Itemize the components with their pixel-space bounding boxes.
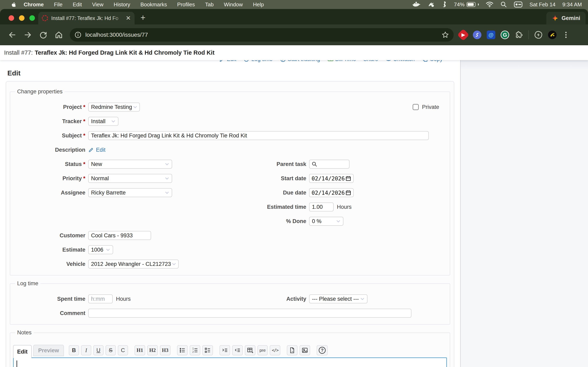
menubar-item-edit[interactable]: Edit xyxy=(73,1,82,8)
menubar-item-window[interactable]: Window xyxy=(224,1,242,8)
help-button[interactable]: ? xyxy=(317,345,328,355)
money-icon xyxy=(328,60,334,62)
notes-tab-preview[interactable]: Preview xyxy=(33,345,64,356)
task-list-icon[interactable] xyxy=(202,345,213,355)
extension-icon-at[interactable]: @ xyxy=(487,31,495,39)
minimize-window-button[interactable] xyxy=(19,15,25,21)
wiki-link-icon[interactable]: ∞ xyxy=(287,345,297,355)
chevron-down-icon xyxy=(359,296,365,302)
extension-icon-swirl[interactable] xyxy=(473,31,481,39)
preformatted-button[interactable]: pre xyxy=(258,345,268,355)
activity-select[interactable]: --- Please select --- xyxy=(309,294,367,303)
log-time-fieldset: Log time Spent time Hours xyxy=(10,280,450,325)
menubar-item-tab[interactable]: Tab xyxy=(205,1,214,8)
menubar-app-name[interactable]: Chrome xyxy=(24,1,44,8)
estimate-select[interactable]: 1006 xyxy=(88,245,113,254)
edit-section-heading: Edit xyxy=(7,69,460,77)
browser-tab[interactable]: Install #77: Teraflex Jk: Hd Fo ✕ xyxy=(38,12,135,25)
underline-button[interactable]: U xyxy=(93,345,104,355)
spotlight-search-icon[interactable] xyxy=(501,1,507,8)
blockquote-icon[interactable] xyxy=(219,345,230,355)
calendar-icon[interactable] xyxy=(346,175,351,181)
extension-icon-red[interactable]: ▶ xyxy=(457,29,469,41)
strikethrough-button[interactable]: S xyxy=(105,345,116,355)
action-share[interactable]: Share xyxy=(363,60,378,62)
menubar-item-help[interactable]: Help xyxy=(253,1,264,8)
priority-select[interactable]: Normal xyxy=(88,174,172,183)
site-info-icon[interactable] xyxy=(74,31,82,39)
fast-user-switch-icon[interactable] xyxy=(514,1,522,8)
inline-code-button[interactable]: C xyxy=(118,345,128,355)
energy-saver-icon[interactable] xyxy=(534,31,543,39)
tab-close-icon[interactable]: ✕ xyxy=(126,15,131,21)
done-select[interactable]: 0 % xyxy=(309,217,343,226)
image-icon[interactable] xyxy=(300,345,310,355)
forward-icon[interactable] xyxy=(24,31,32,39)
zoom-window-button[interactable] xyxy=(29,15,35,21)
status-extra-icon-1[interactable] xyxy=(427,1,435,8)
customer-input[interactable] xyxy=(88,231,151,240)
apple-icon[interactable] xyxy=(11,1,16,8)
subject-input[interactable] xyxy=(88,131,429,140)
docker-icon[interactable] xyxy=(412,1,420,8)
menu-dots-icon[interactable] xyxy=(562,31,570,39)
log-time-legend: Log time xyxy=(15,280,40,287)
vehicle-select[interactable]: 2012 Jeep Wrangler - CL212723 xyxy=(88,259,179,268)
private-checkbox[interactable] xyxy=(413,104,419,110)
action-bill-time[interactable]: Bill Time xyxy=(328,60,356,62)
code-block-button[interactable]: </> xyxy=(270,345,280,355)
calendar-icon[interactable] xyxy=(346,190,351,196)
ordered-list-icon[interactable]: 12 xyxy=(190,345,200,355)
back-icon[interactable] xyxy=(8,31,16,39)
action-copy[interactable]: Copy xyxy=(422,60,443,62)
action-unwatch[interactable]: Unwatch xyxy=(385,60,415,62)
parent-task-input[interactable] xyxy=(309,160,350,169)
assignee-select[interactable]: Ricky Barrette xyxy=(88,188,172,197)
unquote-icon[interactable] xyxy=(232,345,243,355)
svg-text:1: 1 xyxy=(192,347,194,350)
status-select[interactable]: New xyxy=(88,160,172,169)
heading3-button[interactable]: H3 xyxy=(160,345,171,355)
extensions-puzzle-icon[interactable] xyxy=(515,31,523,39)
heading2-button[interactable]: H2 xyxy=(147,345,158,355)
italic-button[interactable]: I xyxy=(81,345,91,355)
action-log-time[interactable]: Log time xyxy=(243,60,273,62)
description-edit-link[interactable]: Edit xyxy=(88,147,105,153)
menubar-item-profiles[interactable]: Profiles xyxy=(177,1,195,8)
menubar-item-bookmarks[interactable]: Bookmarks xyxy=(140,1,167,8)
unordered-list-icon[interactable] xyxy=(177,345,188,355)
private-label: Private xyxy=(422,104,439,110)
comment-input[interactable] xyxy=(88,309,411,318)
action-edit[interactable]: Edit xyxy=(219,60,236,62)
menubar-item-history[interactable]: History xyxy=(114,1,130,8)
bookmark-star-icon[interactable] xyxy=(441,31,449,39)
profile-avatar[interactable] xyxy=(548,31,557,39)
wifi-icon[interactable] xyxy=(486,1,493,8)
tracker-select[interactable]: Install xyxy=(88,117,118,126)
menubar-time[interactable]: 9:34 AM xyxy=(562,1,582,8)
new-tab-button[interactable]: + xyxy=(140,13,146,22)
menubar-date[interactable]: Sat Feb 14 xyxy=(529,1,555,8)
project-select[interactable]: Redmine Testing xyxy=(88,103,140,111)
close-window-button[interactable] xyxy=(9,15,14,21)
action-start-tracking[interactable]: Start tracking xyxy=(280,60,320,62)
grammarly-icon[interactable]: G xyxy=(501,31,509,39)
status-extra-icon-2[interactable] xyxy=(442,1,447,8)
notes-textarea[interactable] xyxy=(13,358,447,367)
tab-strip: Install #77: Teraflex Jk: Hd Fo ✕ + Gemi… xyxy=(0,9,588,25)
address-bar[interactable]: localhost:3000/issues/77 xyxy=(70,28,454,42)
estimated-time-input[interactable] xyxy=(309,202,334,211)
notes-tab-edit[interactable]: Edit xyxy=(13,345,32,358)
reload-icon[interactable] xyxy=(39,31,47,39)
table-icon[interactable] xyxy=(245,345,255,355)
home-icon[interactable] xyxy=(55,31,63,39)
menubar-item-view[interactable]: View xyxy=(92,1,104,8)
start-date-input[interactable]: 02/14/2026 xyxy=(309,174,354,183)
spent-time-input[interactable] xyxy=(88,294,113,303)
heading1-button[interactable]: H1 xyxy=(135,345,145,355)
menubar-item-file[interactable]: File xyxy=(54,1,62,8)
redmine-favicon xyxy=(42,15,48,21)
bold-button[interactable]: B xyxy=(69,345,79,355)
due-date-input[interactable]: 02/14/2026 xyxy=(309,188,354,197)
gemini-button[interactable]: Gemini xyxy=(546,12,586,25)
